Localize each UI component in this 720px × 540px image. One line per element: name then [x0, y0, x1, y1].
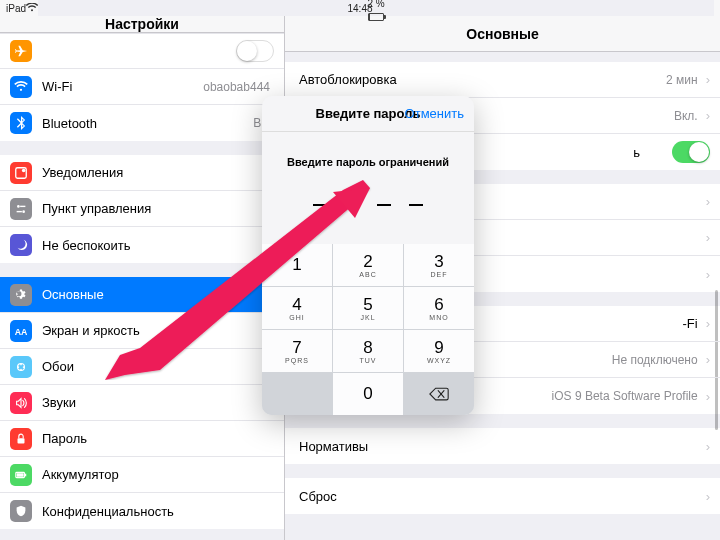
key-5[interactable]: 5JKL: [333, 287, 403, 329]
sidebar-item-general[interactable]: Основные: [0, 277, 284, 313]
svg-point-2: [17, 205, 20, 208]
status-bar: iPad 14:48 2 % ⚡: [0, 0, 720, 16]
key-1[interactable]: 1: [262, 244, 332, 286]
svg-rect-15: [25, 473, 26, 476]
svg-rect-12: [18, 438, 25, 443]
row-value: iOS 9 Beta Software Profile: [552, 389, 698, 403]
pin-slot: [377, 196, 391, 206]
svg-point-11: [18, 366, 20, 368]
svg-point-4: [22, 210, 25, 213]
device-label: iPad: [6, 3, 26, 14]
key-9[interactable]: 9WXYZ: [404, 330, 474, 372]
wallpaper-icon: [10, 356, 32, 378]
numeric-keypad: 1 2ABC 3DEF 4GHI 5JKL 6MNO 7PQRS 8TUV 9W…: [262, 244, 474, 415]
sidebar-item-airplane[interactable]: [0, 33, 284, 69]
pin-slot: [409, 196, 423, 206]
chevron-right-icon: ›: [706, 352, 710, 367]
row-autolock[interactable]: Автоблокировка 2 мин ›: [285, 62, 720, 98]
chevron-right-icon: ›: [706, 267, 710, 282]
sidebar-item-label: Пароль: [42, 431, 274, 446]
battery-icon: [10, 464, 32, 486]
sounds-icon: [10, 392, 32, 414]
chevron-right-icon: ›: [706, 230, 710, 245]
sidebar-item-bluetooth[interactable]: Bluetooth Вы: [0, 105, 284, 141]
sidebar-item-value: obaobab444: [203, 80, 270, 94]
key-0[interactable]: 0: [333, 373, 403, 415]
modal-instruction: Введите пароль ограничений: [262, 156, 474, 168]
lock-icon: [10, 428, 32, 450]
row-value: 2 мин: [666, 73, 698, 87]
svg-point-1: [22, 168, 26, 172]
sidebar-item-label: Экран и яркость: [42, 323, 274, 338]
sidebar-item-label: Wi-Fi: [42, 79, 203, 94]
clock: 14:48: [347, 3, 372, 14]
svg-rect-3: [20, 205, 25, 206]
chevron-right-icon: ›: [706, 316, 710, 331]
row-label: Нормативы: [299, 439, 702, 454]
key-7[interactable]: 7PQRS: [262, 330, 332, 372]
sidebar-item-notifications[interactable]: Уведомления: [0, 155, 284, 191]
sidebar-item-label: Звуки: [42, 395, 274, 410]
wifi-icon: [10, 76, 32, 98]
airplane-icon: [10, 40, 32, 62]
notifications-icon: [10, 162, 32, 184]
sidebar-item-display[interactable]: AA Экран и яркость: [0, 313, 284, 349]
row-value: Не подключено: [612, 353, 698, 367]
svg-point-10: [20, 368, 22, 370]
sidebar-item-label: Bluetooth: [42, 116, 253, 131]
row-label: Автоблокировка: [299, 72, 666, 87]
sidebar-item-label: Конфиденциальность: [42, 504, 274, 519]
pin-slot: [313, 196, 327, 206]
row-value: Вкл.: [674, 109, 698, 123]
sidebar-item-wifi[interactable]: Wi-Fi obaobab444: [0, 69, 284, 105]
chevron-right-icon: ›: [706, 489, 710, 504]
sidebar-item-dnd[interactable]: Не беспокоить: [0, 227, 284, 263]
settings-sidebar: Настройки Wi-Fi obaobab444 Bluetooth Вы: [0, 16, 285, 540]
chevron-right-icon: ›: [706, 108, 710, 123]
pin-slots: [262, 196, 474, 206]
chevron-right-icon: ›: [706, 389, 710, 404]
key-8[interactable]: 8TUV: [333, 330, 403, 372]
pin-slot: [345, 196, 359, 206]
privacy-icon: [10, 500, 32, 522]
key-blank: [262, 373, 332, 415]
chevron-right-icon: ›: [706, 72, 710, 87]
svg-rect-14: [17, 473, 24, 477]
sidebar-item-privacy[interactable]: Конфиденциальность: [0, 493, 284, 529]
restrictions-toggle[interactable]: [672, 141, 710, 163]
gear-icon: [10, 284, 32, 306]
key-6[interactable]: 6MNO: [404, 287, 474, 329]
sidebar-item-label: Основные: [42, 287, 274, 302]
key-3[interactable]: 3DEF: [404, 244, 474, 286]
key-2[interactable]: 2ABC: [333, 244, 403, 286]
sidebar-item-battery[interactable]: Аккумулятор: [0, 457, 284, 493]
chevron-right-icon: ›: [706, 439, 710, 454]
chevron-right-icon: ›: [706, 194, 710, 209]
bluetooth-icon: [10, 112, 32, 134]
sidebar-item-label: Обои: [42, 359, 274, 374]
sidebar-item-sounds[interactable]: Звуки: [0, 385, 284, 421]
row-label: Сброс: [299, 489, 702, 504]
cancel-button[interactable]: Отменить: [405, 106, 464, 121]
left-header: Настройки: [0, 16, 284, 33]
sidebar-item-label: Не беспокоить: [42, 238, 274, 253]
svg-point-9: [23, 366, 25, 368]
moon-icon: [10, 234, 32, 256]
sidebar-item-control-center[interactable]: Пункт управления: [0, 191, 284, 227]
sidebar-item-label: Уведомления: [42, 165, 274, 180]
svg-point-8: [20, 363, 22, 365]
passcode-modal: Введите пароль Отменить Введите пароль о…: [262, 96, 474, 415]
wifi-icon: [26, 3, 38, 14]
sidebar-item-label: Аккумулятор: [42, 467, 274, 482]
airplane-toggle[interactable]: [236, 40, 274, 62]
display-icon: AA: [10, 320, 32, 342]
row-reset[interactable]: Сброс ›: [285, 478, 720, 514]
control-center-icon: [10, 198, 32, 220]
battery-icon: [368, 13, 384, 21]
sidebar-item-wallpaper[interactable]: Обои: [0, 349, 284, 385]
key-4[interactable]: 4GHI: [262, 287, 332, 329]
row-regulatory[interactable]: Нормативы ›: [285, 428, 720, 464]
sidebar-item-label: Пункт управления: [42, 201, 274, 216]
key-backspace[interactable]: [404, 373, 474, 415]
sidebar-item-passcode[interactable]: Пароль: [0, 421, 284, 457]
